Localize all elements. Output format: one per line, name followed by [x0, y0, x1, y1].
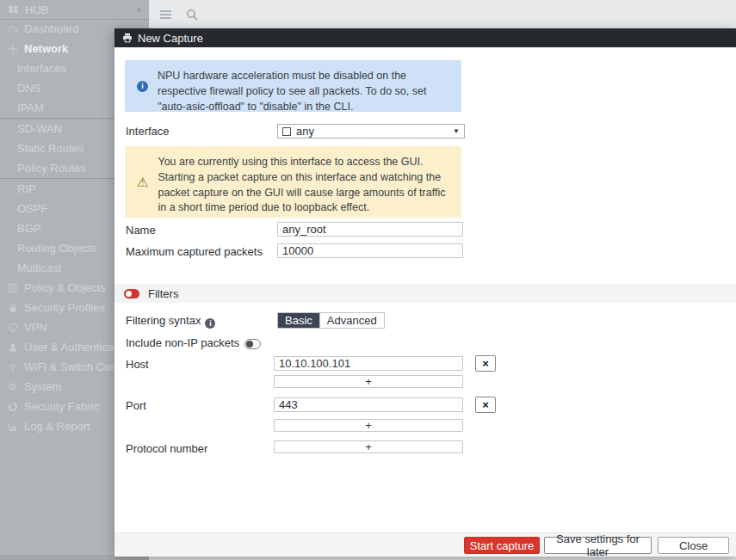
- dialog-footer: Start capture Save settings for later Cl…: [114, 532, 736, 557]
- filters-label: Filters: [148, 287, 178, 300]
- include-non-ip-toggle[interactable]: [244, 339, 261, 349]
- port-add-button[interactable]: +: [274, 419, 463, 432]
- max-packets-label: Maximum captured packets: [126, 245, 263, 258]
- checkbox-icon: [282, 127, 291, 136]
- policy-icon: [7, 283, 18, 293]
- interface-label: Interface: [126, 125, 170, 138]
- port-input[interactable]: [274, 397, 463, 412]
- syntax-advanced-tab[interactable]: Advanced: [319, 313, 384, 328]
- lock-icon: [7, 303, 18, 313]
- npu-info-notice: i NPU hardware acceleration must be disa…: [125, 60, 461, 112]
- user-icon: [7, 342, 18, 353]
- workspace-name: HUB: [25, 3, 48, 16]
- chevron-down-icon: ▾: [137, 5, 141, 15]
- max-packets-input[interactable]: [277, 243, 463, 258]
- gauge-icon: [7, 24, 18, 34]
- new-capture-dialog: New Capture i NPU hardware acceleration …: [114, 28, 736, 557]
- dialog-title: New Capture: [138, 32, 203, 45]
- filters-toggle[interactable]: [124, 289, 139, 298]
- search-icon[interactable]: [186, 9, 198, 21]
- syntax-segmented-control: Basic Advanced: [277, 312, 385, 329]
- select-caret-icon: ▼: [453, 127, 460, 135]
- dialog-body: i NPU hardware acceleration must be disa…: [114, 47, 736, 532]
- dialog-header: New Capture: [114, 28, 736, 47]
- interface-select[interactable]: any ▼: [277, 124, 465, 138]
- monitor-icon: [7, 323, 18, 333]
- host-remove-button[interactable]: ×: [475, 355, 496, 372]
- syntax-basic-tab[interactable]: Basic: [278, 313, 319, 328]
- info-icon: i: [137, 81, 148, 92]
- menu-icon[interactable]: [159, 9, 172, 20]
- move-arrows-icon: [7, 44, 18, 54]
- host-add-button[interactable]: +: [274, 375, 463, 388]
- bar-chart-icon: [7, 422, 18, 432]
- gui-warning-text: You are currently using this interface t…: [158, 155, 451, 209]
- vdom-selector[interactable]: HUB ▾: [0, 0, 149, 20]
- port-label: Port: [126, 399, 146, 412]
- top-toolbar: [149, 0, 736, 28]
- app-window: HUB ▾ Dashboard Network Interfaces DNS I…: [0, 0, 736, 560]
- warning-icon: ⚠: [137, 175, 148, 188]
- gear-icon: ⚙: [7, 382, 18, 392]
- hub-grid-icon: [8, 4, 19, 15]
- name-input[interactable]: [277, 222, 463, 237]
- fabric-icon: [7, 402, 18, 412]
- gui-warning-notice: ⚠ You are currently using this interface…: [125, 146, 461, 218]
- name-label: Name: [126, 224, 156, 237]
- npu-notice-text: NPU hardware acceleration must be disabl…: [158, 69, 451, 103]
- host-label: Host: [126, 358, 149, 371]
- protocol-add-button[interactable]: +: [274, 440, 463, 453]
- wifi-icon: [7, 362, 18, 372]
- filters-section-header: Filters: [114, 284, 736, 303]
- close-button[interactable]: Close: [658, 537, 729, 554]
- protocol-number-label: Protocol number: [126, 442, 207, 455]
- filtering-syntax-info-icon[interactable]: i: [205, 318, 215, 329]
- capture-printer-icon: [122, 33, 133, 43]
- host-input[interactable]: [274, 356, 463, 371]
- interface-value: any: [296, 125, 314, 138]
- filtering-syntax-label: Filtering syntaxi: [126, 314, 215, 329]
- start-capture-button[interactable]: Start capture: [464, 537, 540, 554]
- port-remove-button[interactable]: ×: [475, 397, 496, 413]
- save-settings-button[interactable]: Save settings for later: [544, 537, 652, 554]
- include-non-ip-label: Include non-IP packets: [126, 336, 239, 349]
